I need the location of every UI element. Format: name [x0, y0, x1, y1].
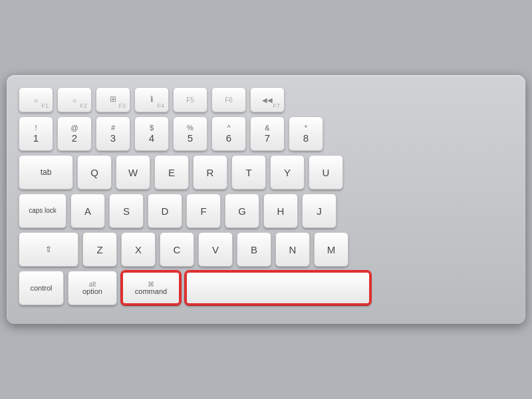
key-6[interactable]: ^ 6 [211, 116, 246, 151]
key-g[interactable]: G [225, 194, 259, 228]
key-n[interactable]: N [275, 232, 310, 267]
key-f5[interactable]: F5 [173, 87, 207, 112]
key-8[interactable]: * 8 [289, 116, 323, 151]
key-f[interactable]: F [186, 194, 221, 228]
key-3[interactable]: # 3 [96, 116, 130, 151]
number-row: ! 1 @ 2 # 3 $ 4 % 5 ^ 6 & 7 * 8 [19, 116, 513, 151]
key-7[interactable]: & 7 [250, 116, 285, 151]
key-e[interactable]: E [154, 155, 189, 190]
bottom-row: control alt option ⌘ command [19, 271, 513, 305]
key-a[interactable]: A [70, 194, 105, 228]
key-b[interactable]: B [237, 232, 271, 267]
key-control[interactable]: control [19, 271, 64, 305]
key-f2[interactable]: ☼ F2 [57, 87, 92, 112]
key-d[interactable]: D [148, 194, 182, 228]
key-y[interactable]: Y [270, 155, 305, 190]
key-f3[interactable]: ⊞ F3 [96, 87, 130, 112]
key-x[interactable]: X [121, 232, 156, 267]
key-m[interactable]: M [314, 232, 348, 267]
key-h[interactable]: H [263, 194, 298, 228]
key-4[interactable]: $ 4 [134, 116, 169, 151]
key-f6[interactable]: F6 [211, 87, 246, 112]
key-command[interactable]: ⌘ command [121, 271, 181, 305]
key-shift-left[interactable]: ⇧ [19, 232, 78, 267]
key-1[interactable]: ! 1 [19, 116, 53, 151]
key-5[interactable]: % 5 [173, 116, 207, 151]
key-z[interactable]: Z [82, 232, 117, 267]
key-f7[interactable]: ◀◀ F7 [250, 87, 285, 112]
zxcv-row: ⇧ Z X C V B N M [19, 232, 513, 267]
key-r[interactable]: R [193, 155, 227, 190]
key-s[interactable]: S [109, 194, 144, 228]
key-f1[interactable]: ☼ F1 [19, 87, 53, 112]
key-tab[interactable]: tab [19, 155, 73, 190]
key-v[interactable]: V [198, 232, 233, 267]
key-j[interactable]: J [302, 194, 336, 228]
key-u[interactable]: U [309, 155, 343, 190]
key-t[interactable]: T [231, 155, 266, 190]
key-space[interactable] [185, 271, 371, 305]
key-2[interactable]: @ 2 [57, 116, 92, 151]
fn-row: ☼ F1 ☼ F2 ⊞ F3 ℹ F4 F5 F6 ◀◀ F7 [19, 87, 513, 112]
key-f4[interactable]: ℹ F4 [134, 87, 169, 112]
qwerty-row: tab Q W E R T Y U [19, 155, 513, 190]
key-option[interactable]: alt option [68, 271, 117, 305]
key-q[interactable]: Q [77, 155, 112, 190]
key-c[interactable]: C [160, 232, 194, 267]
asdf-row: caps lock A S D F G H J [19, 194, 513, 228]
key-capslock[interactable]: caps lock [19, 194, 66, 228]
keyboard: ☼ F1 ☼ F2 ⊞ F3 ℹ F4 F5 F6 ◀◀ F7 ! 1 [7, 75, 525, 324]
key-w[interactable]: W [116, 155, 150, 190]
